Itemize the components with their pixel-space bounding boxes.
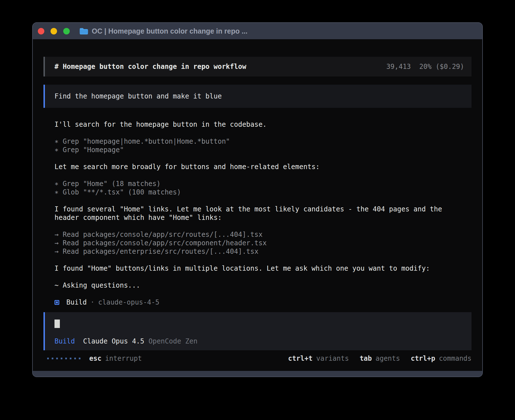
shortcut-key: ctrl+p	[411, 355, 435, 362]
input-model: Claude Opus 4.5	[83, 337, 144, 345]
agent-square-icon	[54, 300, 59, 305]
prompt-input[interactable]: Build Claude Opus 4.5 OpenCode Zen	[43, 312, 472, 350]
shortcut-label: interrupt	[105, 355, 142, 362]
agent-model: claude-opus-4-5	[98, 298, 160, 307]
assistant-paragraph: I'll search for the homepage button in t…	[54, 120, 472, 129]
tool-call-grep: ∗ Grep "Home" (18 matches)	[54, 180, 472, 188]
assistant-response: I'll search for the homepage button in t…	[43, 120, 472, 307]
tool-call-group: ∗ Grep "homepage|home.*button|Home.*butt…	[54, 137, 472, 154]
window-footer	[33, 371, 482, 377]
user-message: Find the homepage button and make it blu…	[43, 85, 472, 108]
shortcut-commands: ctrl+pcommands	[411, 354, 472, 363]
session-title: # Homepage button color change in repo w…	[54, 63, 246, 71]
input-status-line: Build Claude Opus 4.5 OpenCode Zen	[54, 337, 472, 345]
shortcut-agents: tabagents	[360, 354, 400, 363]
user-message-text: Find the homepage button and make it blu…	[54, 92, 222, 100]
input-mode: Build	[54, 337, 75, 345]
session-header: # Homepage button color change in repo w…	[43, 57, 472, 76]
session-stats: 39,413 20% ($0.29)	[386, 63, 464, 71]
status-bar: escinterrupt ctrl+tvariants tabagents ct…	[43, 354, 472, 363]
assistant-paragraph: I found several "Home" links. Let me loo…	[54, 205, 472, 222]
status-right: ctrl+tvariants tabagents ctrl+pcommands	[288, 354, 472, 363]
folder-icon	[79, 28, 88, 35]
shortcut-label: agents	[376, 355, 400, 362]
activity-dots	[47, 358, 80, 359]
shortcut-key: ctrl+t	[288, 355, 313, 362]
terminal-content: # Homepage button color change in repo w…	[33, 39, 482, 371]
working-status: ~ Asking questions...	[54, 281, 472, 290]
window-title: OC | Homepage button color change in rep…	[92, 27, 247, 35]
shortcut-key: tab	[360, 355, 372, 362]
assistant-paragraph: Let me search more broadly for buttons a…	[54, 163, 472, 171]
agent-separator: ·	[90, 298, 94, 307]
traffic-lights	[38, 28, 70, 34]
shortcut-variants: ctrl+tvariants	[288, 354, 349, 363]
tool-call-group: ∗ Grep "Home" (18 matches) ∗ Glob "**/*.…	[54, 180, 472, 196]
tool-call-read: → Read packages/console/app/src/componen…	[54, 239, 472, 247]
assistant-paragraph: I found "Home" buttons/links in multiple…	[54, 264, 472, 273]
status-left: escinterrupt	[47, 354, 142, 363]
context-usage: 20% ($0.29)	[419, 63, 464, 71]
tool-call-group: → Read packages/console/app/src/routes/[…	[54, 230, 472, 256]
tool-call-glob: ∗ Glob "**/*.tsx" (100 matches)	[54, 188, 472, 196]
shortcut-key: esc	[89, 355, 101, 362]
agent-name: Build	[66, 298, 87, 307]
tool-call-grep: ∗ Grep "homepage|home.*button|Home.*butt…	[54, 137, 472, 146]
tool-call-read: → Read packages/enterprise/src/routes/[.…	[54, 247, 472, 256]
minimize-button[interactable]	[51, 28, 57, 34]
terminal-window: OC | Homepage button color change in rep…	[32, 22, 483, 377]
tool-call-grep: ∗ Grep "Homepage"	[54, 146, 472, 154]
input-provider: OpenCode Zen	[149, 337, 197, 345]
shortcut-interrupt: escinterrupt	[89, 354, 142, 363]
close-button[interactable]	[38, 28, 44, 34]
tool-call-read: → Read packages/console/app/src/routes/[…	[54, 230, 472, 239]
token-count: 39,413	[386, 63, 411, 71]
zoom-button[interactable]	[63, 28, 70, 34]
window-titlebar[interactable]: OC | Homepage button color change in rep…	[33, 23, 482, 39]
shortcut-label: variants	[316, 355, 349, 362]
shortcut-label: commands	[439, 355, 472, 362]
text-cursor	[54, 320, 60, 328]
agent-indicator: Build · claude-opus-4-5	[54, 298, 472, 307]
